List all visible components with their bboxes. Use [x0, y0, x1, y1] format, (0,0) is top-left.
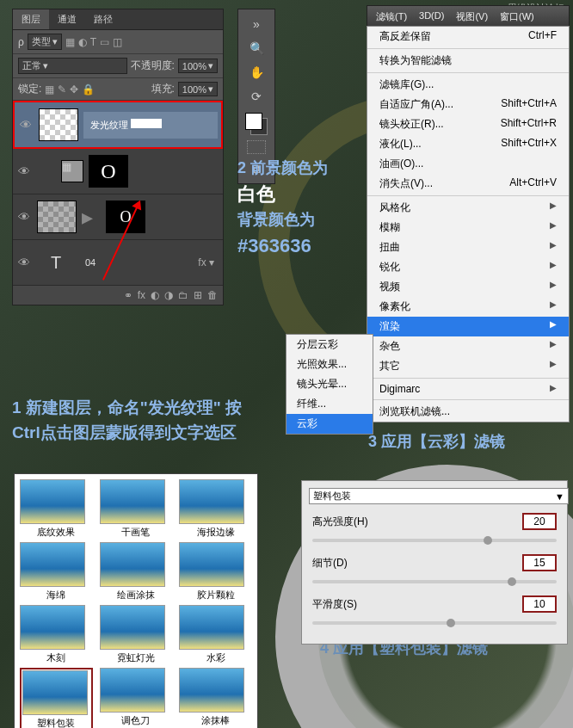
visibility-icon[interactable]: 👁: [18, 118, 34, 132]
opacity-label: 不透明度:: [131, 59, 175, 73]
fill-label: 填充:: [151, 82, 175, 96]
mask-button[interactable]: ◐: [151, 289, 159, 301]
menu-pixelate[interactable]: 像素化▶: [367, 297, 569, 317]
lock-move-icon[interactable]: ✥: [70, 83, 78, 96]
menu-adaptive-wide[interactable]: 自适应广角(A)...Shift+Ctrl+A: [367, 95, 569, 114]
gallery-item[interactable]: 底纹效果: [20, 479, 93, 539]
menu-3d[interactable]: 3D(D): [414, 9, 449, 25]
menu-bar: 滤镜(T) 3D(D) 视图(V) 窗口(W): [367, 5, 570, 28]
gallery-item[interactable]: 绘画涂抹: [100, 542, 173, 602]
highlight-strength-input[interactable]: [522, 513, 557, 530]
gallery-item[interactable]: 海绵: [20, 542, 93, 602]
sub-diff-clouds[interactable]: 分层云彩: [286, 335, 373, 355]
menu-render[interactable]: 渲染▶: [367, 317, 569, 336]
visibility-icon[interactable]: 👁: [16, 210, 32, 224]
gallery-item[interactable]: 涂抹棒: [179, 668, 252, 728]
fg-color-swatch[interactable]: [245, 113, 262, 130]
menu-window[interactable]: 窗口(W): [495, 9, 539, 25]
menu-last-filter[interactable]: 高反差保留Ctrl+F: [367, 27, 569, 46]
adj-thumb[interactable]: ▦: [61, 160, 83, 182]
detail-slider[interactable]: [312, 580, 557, 583]
link-icon[interactable]: ⚭: [124, 289, 132, 301]
menu-liquify[interactable]: 液化(L)...Shift+Ctrl+X: [367, 134, 569, 154]
fill-value[interactable]: 100% ▾: [178, 82, 218, 96]
tab-layers[interactable]: 图层: [13, 9, 49, 29]
blend-mode-select[interactable]: 正常 ▾: [18, 58, 127, 74]
effect-select[interactable]: 塑料包装▼: [309, 488, 569, 504]
opacity-value[interactable]: 100% ▾: [178, 59, 218, 73]
annotation-1: 1 新建图层，命名"发光纹理" 按Ctrl点击图层蒙版得到文字选区: [12, 396, 244, 445]
quickmask-icon[interactable]: [247, 140, 266, 154]
fx-button[interactable]: fx: [138, 289, 145, 301]
menu-lens-correct[interactable]: 镜头校正(R)...Shift+Ctrl+R: [367, 114, 569, 134]
menu-noise[interactable]: 杂色▶: [367, 336, 569, 356]
layers-panel: 图层 通道 路径 ρ 类型 ▾ ▦ ◐ T ▭ ◫ 正常 ▾ 不透明度: 100…: [12, 9, 224, 305]
kind-filter[interactable]: 类型 ▾: [28, 34, 62, 50]
noise-thumb[interactable]: [37, 201, 77, 233]
menu-vanishing[interactable]: 消失点(V)...Alt+Ctrl+V: [367, 174, 569, 194]
sub-fibers[interactable]: 纤维...: [286, 394, 373, 414]
sub-lighting[interactable]: 光照效果...: [286, 355, 373, 374]
gallery-item[interactable]: 干画笔: [100, 479, 173, 539]
layer-row-glow-texture[interactable]: 👁 发光纹理: [13, 101, 223, 149]
smoothness-slider[interactable]: [312, 621, 557, 625]
gallery-item[interactable]: 塑料包装: [20, 668, 93, 728]
tab-channels[interactable]: 通道: [49, 9, 85, 29]
tab-paths[interactable]: 路径: [85, 9, 121, 29]
filter-type-icon[interactable]: T: [90, 36, 96, 48]
gallery-item[interactable]: 霓虹灯光: [100, 605, 173, 664]
layer-row-mask2[interactable]: 👁 ▸ O: [13, 194, 223, 240]
menu-oilpaint[interactable]: 油画(O)...: [367, 154, 569, 174]
menu-stylize[interactable]: 风格化▶: [367, 198, 569, 218]
filter-pixel-icon[interactable]: ▦: [65, 36, 75, 48]
menu-filter[interactable]: 滤镜(T): [371, 9, 412, 25]
visibility-icon[interactable]: 👁: [16, 256, 32, 269]
menu-blur[interactable]: 模糊▶: [367, 218, 569, 238]
lock-paint-icon[interactable]: ✎: [58, 83, 66, 96]
detail-label: 细节(D): [312, 556, 348, 571]
gallery-item[interactable]: 海报边缘: [179, 479, 252, 539]
visibility-icon[interactable]: 👁: [16, 164, 32, 178]
menu-distort[interactable]: 扭曲▶: [367, 238, 569, 257]
layer-thumb[interactable]: [39, 108, 78, 141]
render-submenu: 分层云彩 光照效果... 镜头光晕... 纤维... 云彩: [286, 334, 373, 435]
highlight-slider[interactable]: .slider::after{left:var(--pos,50%)}: [312, 539, 557, 542]
rotate-tool[interactable]: ⟳: [246, 87, 267, 106]
gallery-item[interactable]: 水彩: [179, 605, 252, 664]
menu-digimarc[interactable]: Digimarc▶: [367, 380, 569, 398]
menu-video[interactable]: 视频▶: [367, 277, 569, 297]
filter-adjust-icon[interactable]: ◐: [78, 36, 87, 48]
sub-clouds[interactable]: 云彩: [286, 414, 373, 434]
trash-button[interactable]: 🗑: [207, 289, 218, 301]
new-layer-button[interactable]: ⊞: [194, 289, 202, 301]
hand-tool[interactable]: ✋: [246, 63, 267, 82]
filter-shape-icon[interactable]: ▭: [100, 36, 109, 48]
folder-button[interactable]: 🗀: [178, 289, 188, 301]
menu-sharpen[interactable]: 锐化▶: [367, 257, 569, 277]
move-tool[interactable]: »: [246, 15, 267, 34]
menu-convert-smart[interactable]: 转换为智能滤镜: [367, 51, 569, 71]
detail-input[interactable]: [522, 554, 557, 571]
gallery-item[interactable]: 调色刀: [100, 668, 173, 728]
layer-row-mask1[interactable]: 👁 ▦ O: [13, 149, 223, 194]
menu-filter-gallery[interactable]: 滤镜库(G)...: [367, 75, 569, 95]
panel-tabs: 图层 通道 路径: [13, 9, 223, 30]
menu-browse-online[interactable]: 浏览联机滤镜...: [367, 402, 569, 422]
fx-icon[interactable]: fx ▾: [198, 256, 214, 268]
annotation-3: 3 应用【云彩】滤镜: [368, 430, 505, 453]
filter-menu: 高反差保留Ctrl+F 转换为智能滤镜 滤镜库(G)... 自适应广角(A)..…: [367, 26, 570, 423]
gallery-item[interactable]: 胶片颗粒: [179, 542, 252, 602]
menu-other[interactable]: 其它▶: [367, 356, 569, 376]
sub-lensflare[interactable]: 镜头光晕...: [286, 374, 373, 394]
adjustment-button[interactable]: ◑: [164, 289, 173, 301]
filter-smart-icon[interactable]: ◫: [113, 36, 122, 48]
layer-name-label: 发光纹理: [83, 112, 218, 139]
gallery-item[interactable]: 木刻: [20, 605, 93, 664]
color-swatches[interactable]: [245, 113, 268, 135]
lock-all-icon[interactable]: 🔒: [82, 83, 95, 96]
zoom-tool[interactable]: 🔍: [246, 39, 267, 58]
smoothness-input[interactable]: [522, 595, 557, 613]
menu-view[interactable]: 视图(V): [451, 9, 493, 25]
lock-trans-icon[interactable]: ▦: [45, 83, 54, 96]
mask-thumb[interactable]: O: [89, 155, 128, 188]
